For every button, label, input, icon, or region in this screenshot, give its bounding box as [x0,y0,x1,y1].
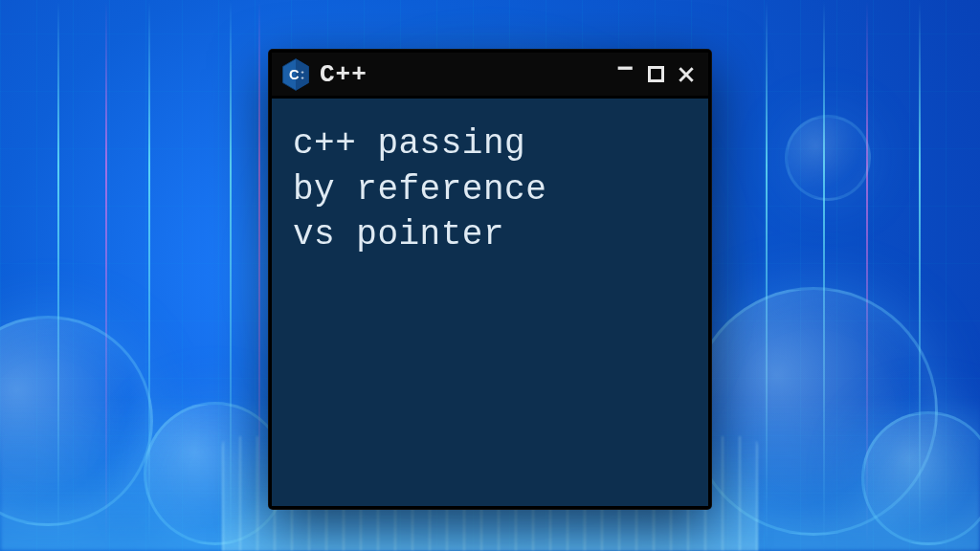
app-window: C + + C++ − c++ passing by reference vs … [269,50,711,509]
window-controls: − [614,64,697,85]
close-button[interactable] [676,64,697,85]
maximize-button[interactable] [645,64,666,85]
window-title: C++ [320,60,368,89]
svg-text:+: + [301,74,303,79]
content-line: c++ passing [293,121,687,167]
titlebar[interactable]: C + + C++ − [272,53,708,99]
content-line: vs pointer [293,212,687,258]
titlebar-left: C + + C++ [281,58,603,91]
content-line: by reference [293,167,687,213]
square-icon [648,66,664,82]
close-icon [677,65,696,84]
window-content: c++ passing by reference vs pointer [272,99,708,506]
cpp-hex-icon: C + + [281,58,310,91]
svg-text:C: C [289,66,300,81]
minimize-button[interactable]: − [614,59,635,80]
